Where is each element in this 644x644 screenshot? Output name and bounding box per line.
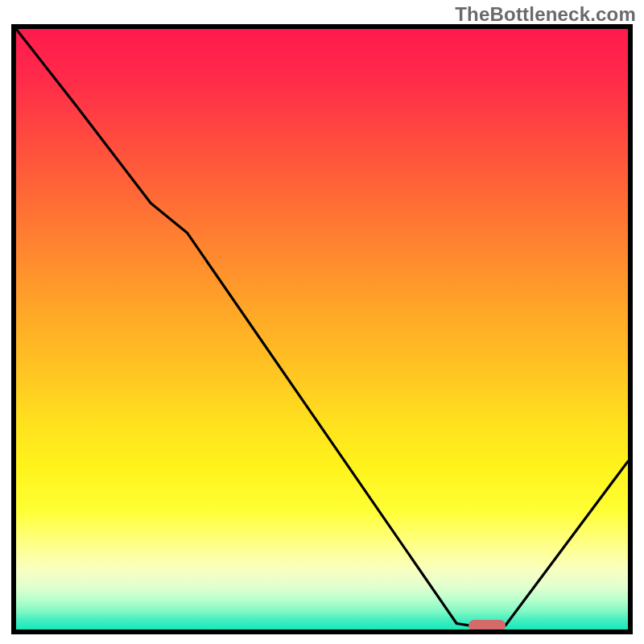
curve-layer xyxy=(16,29,628,630)
plot-border xyxy=(11,24,633,634)
plot-area xyxy=(16,29,628,630)
optimal-marker xyxy=(469,620,506,630)
watermark-text: TheBottleneck.com xyxy=(455,3,636,26)
chart-frame: TheBottleneck.com xyxy=(0,0,644,644)
bottleneck-curve xyxy=(16,29,628,625)
